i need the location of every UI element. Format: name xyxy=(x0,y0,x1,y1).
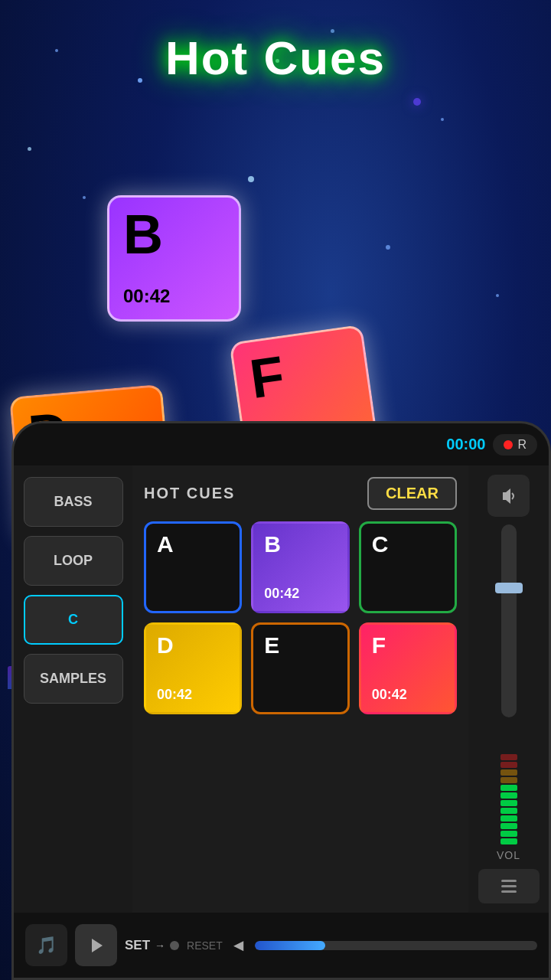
pad-b-letter: B xyxy=(264,531,281,557)
cue-pad-d[interactable]: D 00:42 xyxy=(144,622,242,714)
set-dot xyxy=(170,941,179,950)
time-display: 00:00 xyxy=(446,436,485,453)
pad-f-time: 00:42 xyxy=(372,687,407,703)
floating-card-b: B 00:42 xyxy=(107,195,241,322)
svg-marker-1 xyxy=(92,939,103,952)
cue-pads-grid: A B 00:42 C D 00:42 E F 00:42 xyxy=(144,521,457,714)
main-content-area: HOT CUES CLEAR A B 00:42 C D 00:42 xyxy=(132,466,468,913)
floating-card-b-letter: B xyxy=(123,207,163,262)
pad-e-letter: E xyxy=(264,632,279,658)
phone-screen: 00:00 R BASS LOOP C SAMPLES HOT CUES CLE… xyxy=(14,423,549,978)
clear-button[interactable]: CLEAR xyxy=(367,477,457,510)
progress-bar[interactable] xyxy=(255,941,537,950)
c-button[interactable]: C xyxy=(24,595,123,645)
pad-a-letter: A xyxy=(157,531,174,557)
bottom-bar: 🎵 SET → RESET ◄ xyxy=(14,913,549,978)
set-label: SET xyxy=(125,938,150,953)
volume-meter xyxy=(500,722,517,844)
menu-line-1 xyxy=(501,880,517,882)
loop-button[interactable]: LOOP xyxy=(24,536,123,586)
phone-frame: 00:00 R BASS LOOP C SAMPLES HOT CUES CLE… xyxy=(11,421,551,980)
pad-c-letter: C xyxy=(372,531,389,557)
cue-pad-b[interactable]: B 00:42 xyxy=(251,521,349,613)
rec-label: R xyxy=(517,438,527,452)
pad-b-time: 00:42 xyxy=(264,586,299,602)
cue-pad-e[interactable]: E xyxy=(251,622,349,714)
hot-cues-header: HOT CUES CLEAR xyxy=(144,477,457,510)
add-music-button[interactable]: 🎵 xyxy=(25,924,67,966)
volume-slider-thumb[interactable] xyxy=(495,583,523,593)
bass-button[interactable]: BASS xyxy=(24,477,123,527)
app-title: Hot Cues xyxy=(0,31,551,85)
pad-d-time: 00:42 xyxy=(157,687,192,703)
pad-f-letter: F xyxy=(372,632,386,658)
right-panel: VOL xyxy=(468,466,549,913)
reset-button[interactable]: RESET xyxy=(187,939,223,952)
rec-indicator xyxy=(504,440,513,449)
cue-pad-a[interactable]: A xyxy=(144,521,242,613)
progress-fill xyxy=(255,941,325,950)
samples-button[interactable]: SAMPLES xyxy=(24,654,123,704)
rec-button[interactable]: R xyxy=(493,434,537,456)
volume-slider-container: VOL xyxy=(474,524,543,861)
pad-d-letter: D xyxy=(157,632,174,658)
left-panel: BASS LOOP C SAMPLES xyxy=(14,466,132,913)
back-button[interactable]: ◄ xyxy=(230,936,247,956)
volume-slider-track[interactable] xyxy=(501,524,517,717)
floating-card-f-letter: F xyxy=(246,348,288,407)
menu-line-3 xyxy=(501,890,517,893)
add-music-icon: 🎵 xyxy=(36,936,57,956)
volume-icon-button[interactable] xyxy=(487,475,530,517)
svg-marker-0 xyxy=(503,488,510,504)
menu-line-2 xyxy=(501,885,517,887)
play-icon xyxy=(88,937,105,954)
cue-pad-c[interactable]: C xyxy=(359,521,457,613)
floating-card-b-time: 00:42 xyxy=(123,286,170,307)
volume-label: VOL xyxy=(497,849,520,861)
hot-cues-label: HOT CUES xyxy=(144,485,235,502)
set-arrow-icon: → xyxy=(155,939,165,952)
play-button[interactable] xyxy=(75,924,117,966)
set-area: SET → xyxy=(125,938,179,953)
volume-icon xyxy=(498,485,520,507)
phone-topbar: 00:00 R xyxy=(14,423,549,466)
menu-button[interactable] xyxy=(478,869,540,903)
cue-pad-f[interactable]: F 00:42 xyxy=(359,622,457,714)
